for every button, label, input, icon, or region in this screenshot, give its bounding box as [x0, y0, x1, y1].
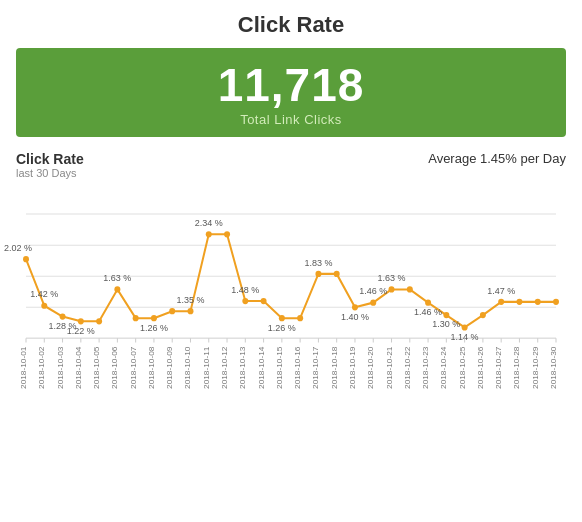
svg-text:2.02 %: 2.02 %: [4, 243, 32, 253]
svg-text:1.22 %: 1.22 %: [67, 326, 95, 336]
svg-text:2018-10-26: 2018-10-26: [476, 346, 485, 389]
svg-text:2018-10-13: 2018-10-13: [238, 346, 247, 389]
svg-point-19: [261, 298, 267, 304]
svg-text:1.63 %: 1.63 %: [378, 273, 406, 283]
svg-point-23: [334, 271, 340, 277]
svg-point-25: [370, 300, 376, 306]
svg-point-10: [96, 318, 102, 324]
svg-point-27: [407, 286, 413, 292]
svg-text:1.26 %: 1.26 %: [268, 322, 296, 332]
svg-text:2018-10-20: 2018-10-20: [366, 346, 375, 389]
svg-point-30: [462, 324, 468, 330]
svg-text:2018-10-23: 2018-10-23: [421, 346, 430, 389]
svg-text:1.35 %: 1.35 %: [176, 295, 204, 305]
svg-text:1.40 %: 1.40 %: [341, 312, 369, 322]
page-title: Click Rate: [16, 12, 566, 38]
svg-point-20: [279, 315, 285, 321]
svg-point-7: [41, 303, 47, 309]
total-clicks-number: 11,718: [26, 62, 556, 108]
svg-text:2018-10-22: 2018-10-22: [403, 346, 412, 389]
svg-text:1.48 %: 1.48 %: [231, 285, 259, 295]
svg-point-28: [425, 300, 431, 306]
svg-point-22: [315, 271, 321, 277]
svg-point-21: [297, 315, 303, 321]
svg-text:2018-10-24: 2018-10-24: [439, 346, 448, 389]
svg-point-32: [498, 299, 504, 305]
svg-text:1.63 %: 1.63 %: [103, 273, 131, 283]
svg-point-26: [389, 286, 395, 292]
svg-text:2018-10-01: 2018-10-01: [19, 346, 28, 389]
svg-point-29: [443, 312, 449, 318]
svg-text:2018-10-04: 2018-10-04: [74, 346, 83, 389]
svg-text:1.46 %: 1.46 %: [359, 286, 387, 296]
svg-point-34: [535, 299, 541, 305]
svg-point-6: [23, 256, 29, 262]
svg-text:2.34 %: 2.34 %: [195, 218, 223, 228]
svg-text:2018-10-08: 2018-10-08: [147, 346, 156, 389]
svg-point-17: [224, 231, 230, 237]
svg-point-18: [242, 298, 248, 304]
svg-text:2018-10-09: 2018-10-09: [165, 346, 174, 389]
svg-text:2018-10-18: 2018-10-18: [330, 346, 339, 389]
svg-point-33: [516, 299, 522, 305]
svg-text:2018-10-30: 2018-10-30: [549, 346, 558, 389]
svg-point-16: [206, 231, 212, 237]
svg-text:1.42 %: 1.42 %: [30, 289, 58, 299]
svg-text:2018-10-07: 2018-10-07: [129, 346, 138, 389]
svg-text:2018-10-06: 2018-10-06: [111, 346, 120, 389]
svg-text:2018-10-03: 2018-10-03: [56, 346, 65, 389]
chart-title: Click Rate: [16, 151, 84, 167]
svg-text:2018-10-15: 2018-10-15: [275, 346, 284, 389]
svg-point-24: [352, 304, 358, 310]
svg-point-11: [114, 286, 120, 292]
svg-text:2018-10-25: 2018-10-25: [458, 346, 467, 389]
svg-point-14: [169, 308, 175, 314]
svg-text:1.26 %: 1.26 %: [140, 322, 168, 332]
svg-text:1.30 %: 1.30 %: [432, 319, 460, 329]
svg-text:2018-10-21: 2018-10-21: [385, 346, 394, 389]
svg-point-15: [187, 308, 193, 314]
main-container: Click Rate 11,718 Total Link Clicks Clic…: [0, 0, 582, 483]
svg-text:1.47 %: 1.47 %: [487, 285, 515, 295]
chart-average: Average 1.45% per Day: [428, 151, 566, 166]
chart-header: Click Rate last 30 Days Average 1.45% pe…: [16, 151, 566, 179]
chart-title-block: Click Rate last 30 Days: [16, 151, 84, 179]
svg-text:2018-10-17: 2018-10-17: [312, 346, 321, 389]
chart-area: 2.02 %1.42 %1.28 %1.22 %1.63 %1.26 %1.35…: [16, 183, 566, 473]
svg-text:2018-10-12: 2018-10-12: [220, 346, 229, 389]
total-clicks-label: Total Link Clicks: [26, 112, 556, 127]
svg-point-12: [133, 315, 139, 321]
hero-box: 11,718 Total Link Clicks: [16, 48, 566, 137]
chart-subtitle: last 30 Days: [16, 167, 84, 179]
line-chart: 2.02 %1.42 %1.28 %1.22 %1.63 %1.26 %1.35…: [16, 183, 566, 473]
svg-text:1.83 %: 1.83 %: [304, 257, 332, 267]
svg-point-35: [553, 299, 559, 305]
svg-text:2018-10-27: 2018-10-27: [494, 346, 503, 389]
svg-point-13: [151, 315, 157, 321]
svg-text:2018-10-10: 2018-10-10: [184, 346, 193, 389]
svg-text:2018-10-02: 2018-10-02: [37, 346, 46, 389]
svg-text:1.46 %: 1.46 %: [414, 307, 442, 317]
svg-text:2018-10-11: 2018-10-11: [202, 346, 211, 389]
svg-text:2018-10-19: 2018-10-19: [348, 346, 357, 389]
svg-point-9: [78, 318, 84, 324]
svg-text:2018-10-16: 2018-10-16: [293, 346, 302, 389]
svg-point-8: [60, 314, 66, 320]
svg-text:2018-10-14: 2018-10-14: [257, 346, 266, 389]
svg-text:2018-10-29: 2018-10-29: [531, 346, 540, 389]
svg-point-31: [480, 312, 486, 318]
svg-text:2018-10-28: 2018-10-28: [513, 346, 522, 389]
svg-text:2018-10-05: 2018-10-05: [92, 346, 101, 389]
